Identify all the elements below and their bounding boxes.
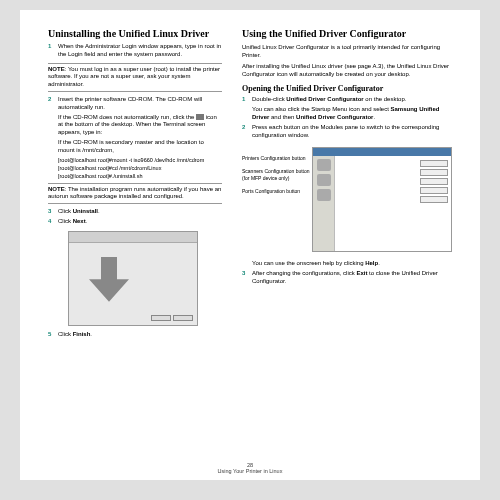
indent-text: You can also click the Startup Menu icon…	[252, 106, 452, 122]
uninstall-heading: Uninstalling the Unified Linux Driver	[48, 28, 222, 39]
step-3: 3 After changing the configurations, cli…	[242, 270, 452, 286]
dialog-button	[173, 315, 193, 321]
step-4: 4 Click Next.	[48, 218, 222, 226]
step-text: Insert the printer software CD-ROM. The …	[58, 96, 222, 112]
dialog-buttons	[151, 315, 193, 321]
config-labels-row: Printers Configuration button Scanners C…	[242, 143, 452, 256]
step-2: 2 Insert the printer software CD-ROM. Th…	[48, 96, 222, 112]
step-2: 2 Press each button on the Modules pane …	[242, 124, 452, 140]
step-number: 1	[242, 96, 252, 104]
step-text: Click Next.	[58, 218, 222, 226]
note-label: NOTE	[48, 186, 65, 192]
config-button	[420, 178, 448, 185]
dialog-button	[151, 315, 171, 321]
note-box-1: NOTE: You must log in as a super user (r…	[48, 63, 222, 92]
step-number: 2	[242, 124, 252, 140]
note-text: : The installation program runs automati…	[48, 186, 221, 200]
step-5: 5 Click Finish.	[48, 331, 222, 339]
note-box-2: NOTE: The installation program runs auto…	[48, 183, 222, 205]
step-text: After changing the configurations, click…	[252, 270, 452, 286]
configurator-heading: Using the Unified Driver Configurator	[242, 28, 452, 39]
command-line: [root@localhost root]#./uninstall.sh	[58, 173, 222, 179]
left-column: Uninstalling the Unified Linux Driver 1 …	[42, 28, 232, 470]
indent-text: If the CD-ROM does not automatically run…	[58, 114, 222, 137]
config-button	[420, 169, 448, 176]
step-text: Click Uninstall.	[58, 208, 222, 216]
indent-text: If the CD-ROM is secondary master and th…	[58, 139, 222, 155]
config-button	[420, 196, 448, 203]
modules-pane	[313, 156, 335, 251]
label-scanners: Scanners Configuration button (for MFP d…	[242, 168, 310, 182]
label-printers: Printers Configuration button	[242, 155, 310, 162]
label-ports: Ports Configuration button	[242, 188, 310, 195]
configurator-screenshot	[312, 147, 452, 252]
step-text: Click Finish.	[58, 331, 222, 339]
titlebar	[313, 148, 451, 156]
step-1: 1 Double-click Unified Driver Configurat…	[242, 96, 452, 104]
right-column: Using the Unified Driver Configurator Un…	[232, 28, 458, 470]
config-right-buttons	[420, 160, 448, 205]
command-line: [root@localhost root]#cd /mnt/cdrom/Linu…	[58, 165, 222, 171]
terminal-icon	[196, 114, 204, 120]
config-labels: Printers Configuration button Scanners C…	[242, 143, 310, 256]
scanner-icon	[317, 174, 331, 186]
step-number: 1	[48, 43, 58, 59]
step-text: Double-click Unified Driver Configurator…	[252, 96, 452, 104]
ports-icon	[317, 189, 331, 201]
paragraph: After installing the Unified Linux drive…	[242, 62, 452, 78]
arrow-down-icon	[89, 257, 129, 302]
step-number: 3	[48, 208, 58, 216]
command-line: [root@localhost root]#mount -t iso9660 /…	[58, 157, 222, 163]
step-number: 3	[242, 270, 252, 286]
config-button	[420, 160, 448, 167]
printer-icon	[317, 159, 331, 171]
uninstall-dialog-screenshot	[68, 231, 198, 326]
note-label: NOTE	[48, 66, 65, 72]
note-text: : You must log in as a super user (root)…	[48, 66, 220, 88]
paragraph: Unified Linux Driver Configurator is a t…	[242, 43, 452, 59]
config-button	[420, 187, 448, 194]
step-text: When the Administrator Login window appe…	[58, 43, 222, 59]
opening-heading: Opening the Unified Driver Configurator	[242, 84, 452, 93]
step-text: Press each button on the Modules pane to…	[252, 124, 452, 140]
step-number: 2	[48, 96, 58, 112]
paragraph: You can use the onscreen help by clickin…	[252, 259, 452, 267]
footer-title: Using Your Printer in Linux	[20, 468, 480, 474]
step-1: 1 When the Administrator Login window ap…	[48, 43, 222, 59]
step-3: 3 Click Uninstall.	[48, 208, 222, 216]
step-number: 4	[48, 218, 58, 226]
config-main-pane	[335, 156, 451, 251]
page: Uninstalling the Unified Linux Driver 1 …	[20, 10, 480, 480]
step-number: 5	[48, 331, 58, 339]
page-footer: 28 Using Your Printer in Linux	[20, 462, 480, 474]
